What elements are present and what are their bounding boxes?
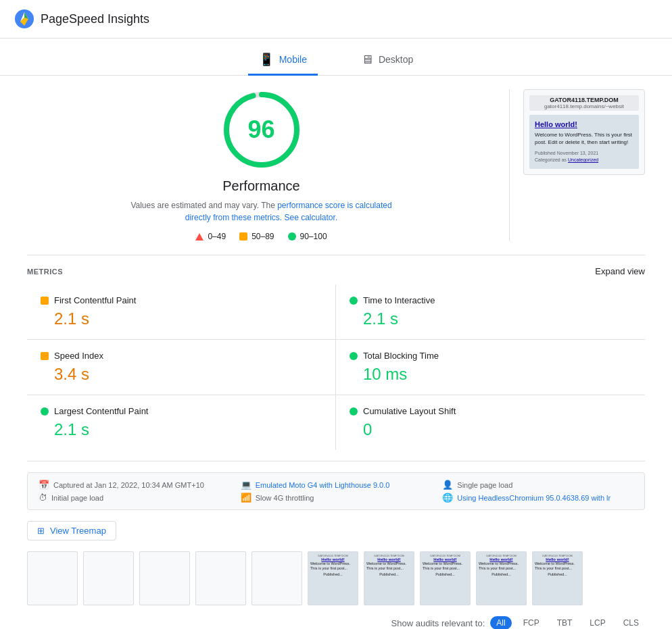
metric-fcp-name: First Contentful Paint (54, 295, 136, 305)
score-section: 96 Performance Values are estimated and … (27, 89, 645, 241)
filter-tag-fcp[interactable]: FCP (517, 616, 546, 629)
preview-category: Categorized as Uncategorized (535, 157, 633, 163)
filmstrip-frame-content-5: GATOR4118.TEMP.DOM Hello world! Welcome … (532, 551, 583, 605)
app-header: PageSpeed Insights (0, 0, 672, 39)
tab-bar: 📱 Mobile 🖥 Desktop (0, 39, 672, 76)
metric-tbt-value: 10 ms (350, 365, 631, 384)
calendar-icon: 📅 (39, 480, 49, 490)
metric-si-value: 3.4 s (41, 365, 322, 384)
good-indicator-icon (288, 232, 296, 241)
info-bar: 📅 Captured at Jan 12, 2022, 10:34 AM GMT… (27, 472, 645, 510)
filmstrip-frame-empty-1 (27, 551, 78, 605)
browser-icon: 🌐 (442, 493, 453, 503)
filmstrip: GATOR4118.TEMP.DOM Hello world! Welcome … (27, 551, 645, 605)
treemap-grid-icon: ⊞ (37, 526, 45, 536)
metric-cls-value: 0 (350, 420, 631, 439)
preview-published: Published November 13, 2021 (535, 150, 633, 157)
info-captured-text: Captured at Jan 12, 2022, 10:34 AM GMT+1… (53, 481, 204, 489)
cls-indicator-icon (350, 407, 358, 416)
legend-good-range: 90–100 (300, 232, 327, 241)
score-description: Values are estimated and may vary. The p… (126, 199, 397, 224)
tti-indicator-icon (350, 297, 358, 305)
si-indicator-icon (41, 352, 49, 360)
score-left-panel: 96 Performance Values are estimated and … (27, 89, 496, 241)
metric-cls: Cumulative Layout Shift 0 (336, 395, 645, 450)
filmstrip-frame-content-1: GATOR4118.TEMP.DOM Hello world! Welcome … (308, 551, 358, 605)
tab-desktop[interactable]: 🖥 Desktop (350, 45, 424, 76)
filmstrip-frame-empty-3 (139, 551, 190, 605)
metric-tti-name: Time to Interactive (363, 295, 435, 305)
metric-lcp-value: 2.1 s (41, 420, 322, 439)
network-icon: 📶 (241, 493, 251, 503)
tab-mobile[interactable]: 📱 Mobile (248, 45, 318, 76)
app-title: PageSpeed Insights (41, 12, 149, 26)
info-initial-load-text: Initial page load (51, 494, 103, 502)
metric-fcp-header: First Contentful Paint (41, 295, 322, 305)
preview-hello-text: Hello world! (535, 120, 633, 128)
device-icon: 💻 (241, 480, 251, 490)
metric-lcp-header: Largest Contentful Paint (41, 406, 322, 416)
tbt-indicator-icon (350, 352, 358, 360)
legend-medium-range: 50–89 (251, 232, 274, 241)
lcp-indicator-icon (41, 407, 49, 416)
expand-view-button[interactable]: Expand view (595, 266, 645, 276)
preview-screenshot: GATOR4118.TEMP.DOM gator4118.temp.domain… (523, 89, 645, 175)
desktop-icon: 🖥 (361, 53, 373, 67)
metric-fcp-value: 2.1 s (41, 309, 322, 328)
bad-indicator-icon (195, 233, 203, 241)
metrics-grid: First Contentful Paint 2.1 s Time to Int… (27, 284, 645, 450)
metric-tti-value: 2.1 s (350, 309, 631, 328)
filter-tag-lcp[interactable]: LCP (583, 616, 611, 629)
info-emulated-link[interactable]: Emulated Moto G4 with Lighthouse 9.0.0 (256, 481, 390, 489)
audit-filter-label: Show audits relevant to: (391, 618, 485, 628)
metric-lcp-name: Largest Contentful Paint (54, 406, 148, 416)
info-captured: 📅 Captured at Jan 12, 2022, 10:34 AM GMT… (39, 480, 230, 490)
filmstrip-frame-empty-4 (195, 551, 246, 605)
preview-domain: GATOR4118.TEMP.DOM (533, 97, 635, 103)
preview-webpage-content: Hello world! Welcome to WordPress. This … (529, 115, 639, 169)
medium-indicator-icon (239, 232, 247, 241)
filter-tag-cls[interactable]: CLS (617, 616, 645, 629)
timer-icon: ⏱ (39, 493, 47, 503)
info-page-load-type: 👤 Single page load (442, 480, 633, 490)
filter-tag-tbt[interactable]: TBT (551, 616, 579, 629)
tab-mobile-label: Mobile (279, 54, 307, 65)
tab-desktop-label: Desktop (379, 54, 413, 65)
section-divider-2 (27, 461, 645, 461)
preview-category-link[interactable]: Uncategorized (568, 157, 598, 162)
filmstrip-frame-content-4: GATOR4118.TEMP.DOM Hello world! Welcome … (476, 551, 527, 605)
preview-footer: Published November 13, 2021 Categorized … (535, 150, 633, 163)
legend-bad: 0–49 (195, 232, 226, 241)
view-treemap-button[interactable]: ⊞ View Treemap (27, 521, 116, 540)
filter-tag-all[interactable]: All (490, 616, 511, 629)
info-initial-load: ⏱ Initial page load (39, 493, 230, 503)
info-throttling-text: Slow 4G throttling (256, 494, 314, 502)
metrics-label: METRICS (27, 268, 63, 276)
info-emulated: 💻 Emulated Moto G4 with Lighthouse 9.0.0 (241, 480, 432, 490)
metric-si-header: Speed Index (41, 351, 322, 361)
pagespeed-logo-icon (14, 8, 35, 30)
metric-fcp: First Contentful Paint 2.1 s (27, 284, 336, 340)
metric-si: Speed Index 3.4 s (27, 340, 336, 395)
fcp-indicator-icon (41, 297, 49, 305)
metric-tti: Time to Interactive 2.1 s (336, 284, 645, 340)
filmstrip-frame-empty-2 (83, 551, 134, 605)
metric-cls-header: Cumulative Layout Shift (350, 406, 631, 416)
mobile-icon: 📱 (259, 52, 274, 67)
metrics-header: METRICS Expand view (27, 266, 645, 276)
user-icon: 👤 (442, 480, 453, 490)
legend-good: 90–100 (288, 232, 327, 241)
score-circle: 96 (221, 89, 302, 170)
metric-si-name: Speed Index (54, 351, 103, 361)
vertical-divider (509, 89, 510, 241)
logo-container: PageSpeed Insights (14, 8, 149, 30)
section-divider-1 (27, 255, 645, 255)
metric-tti-header: Time to Interactive (350, 295, 631, 305)
info-browser-link[interactable]: Using HeadlessChromium 95.0.4638.69 with… (457, 494, 610, 502)
score-value: 96 (247, 116, 274, 144)
legend-bad-range: 0–49 (208, 232, 226, 241)
calculator-link[interactable]: See calculator. (285, 213, 338, 222)
legend-medium: 50–89 (239, 232, 274, 241)
metric-tbt-header: Total Blocking Time (350, 351, 631, 361)
info-throttling: 📶 Slow 4G throttling (241, 493, 432, 503)
